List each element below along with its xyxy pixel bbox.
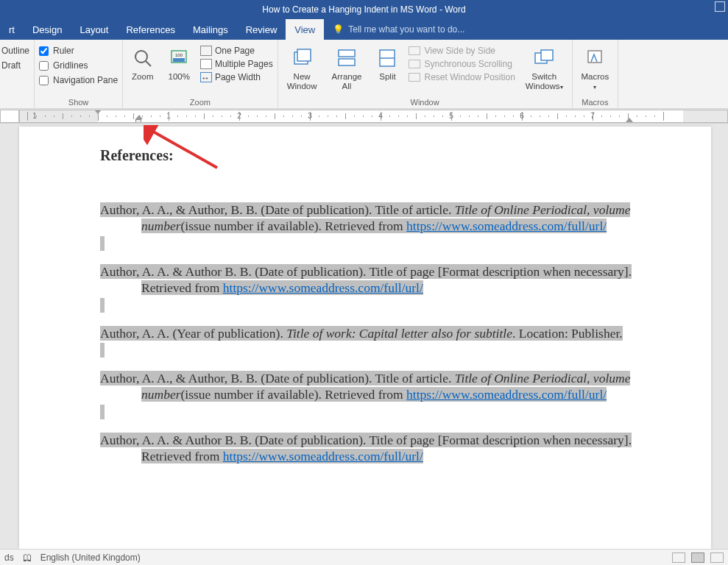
window-restore-icon[interactable] <box>715 1 725 12</box>
multiple-pages-button[interactable]: Multiple Pages <box>200 59 273 69</box>
horizontal-ruler[interactable]: 11234567 <box>19 110 728 123</box>
chevron-down-icon: ▾ <box>560 84 563 90</box>
proofing-icon[interactable]: 🕮 <box>23 552 32 563</box>
svg-text:100: 100 <box>175 53 183 57</box>
sync-scroll-button: Synchronous Scrolling <box>409 59 515 69</box>
macros-icon <box>584 46 606 71</box>
web-layout-icon[interactable] <box>710 552 724 563</box>
tell-me-search[interactable]: 💡 Tell me what you want to do... <box>324 19 464 40</box>
svg-rect-8 <box>339 59 355 65</box>
tab-review[interactable]: Review <box>237 19 286 40</box>
group-zoom-label: Zoom <box>127 96 273 107</box>
macros-button[interactable]: Macros▾ <box>577 43 614 91</box>
reset-window-button: Reset Window Position <box>409 72 515 82</box>
reference-entry[interactable]: Author, A. A., & Author, B. B. (Date of … <box>100 202 646 235</box>
checkbox-navpane[interactable]: Navigation Pane <box>39 75 118 85</box>
svg-rect-12 <box>541 50 553 60</box>
zoom-button[interactable]: Zoom <box>127 43 158 82</box>
group-macros-label: Macros <box>577 96 614 107</box>
tab-references[interactable]: References <box>117 19 183 40</box>
read-mode-icon[interactable] <box>672 552 685 563</box>
ruler-check-input[interactable] <box>39 46 49 56</box>
magnifier-icon <box>132 46 153 71</box>
multiple-pages-icon <box>200 59 212 69</box>
statusbar: ds 🕮 English (United Kingdom) <box>0 549 728 565</box>
new-window-icon <box>291 46 313 71</box>
group-window: New Window Arrange All Split View Side b… <box>278 40 573 108</box>
group-window-label: Window <box>283 96 568 107</box>
group-show: Ruler Gridlines Navigation Pane Show <box>35 40 123 108</box>
left-indent-marker[interactable] <box>135 119 141 123</box>
tab-design[interactable]: Design <box>24 19 71 40</box>
switch-windows-button[interactable]: Switch Windows▾ <box>521 43 568 91</box>
page-width-button[interactable]: ↔ Page Width <box>200 72 273 82</box>
document-page: References: Author, A. A., & Author, B. … <box>19 127 711 549</box>
reference-link[interactable]: https://www.someaddress.com/full/url/ <box>223 280 423 295</box>
group-zoom: Zoom 100 100% One Page Multiple Pages ↔ <box>123 40 278 108</box>
status-language[interactable]: English (United Kingdom) <box>40 552 141 563</box>
navpane-check-input[interactable] <box>39 76 49 85</box>
tab-layout[interactable]: Layout <box>71 19 117 40</box>
paragraph-mark-highlight <box>100 405 105 419</box>
print-layout-icon[interactable] <box>691 552 704 563</box>
ribbon: Outline Draft Ruler Gridlines <box>0 40 728 109</box>
reference-entry[interactable]: Author, A. A. & Author B. B. (Date of pu… <box>100 433 646 465</box>
switch-windows-icon <box>533 46 555 71</box>
checkbox-gridlines[interactable]: Gridlines <box>39 60 118 71</box>
checkbox-ruler[interactable]: Ruler <box>39 46 118 56</box>
svg-line-1 <box>146 61 151 66</box>
chevron-down-icon: ▾ <box>593 84 596 90</box>
one-page-icon <box>200 46 212 56</box>
view-draft[interactable]: Draft <box>1 60 29 71</box>
ruler-area: 11234567 <box>0 109 728 124</box>
view-outline[interactable]: Outline <box>1 46 29 56</box>
group-show-label: Show <box>39 96 118 107</box>
group-views: Outline Draft <box>0 40 35 108</box>
svg-rect-6 <box>297 49 311 61</box>
window-title: How to Create a Hanging Indent in MS Wor… <box>262 4 465 15</box>
tab-mailings[interactable]: Mailings <box>184 19 237 40</box>
split-button[interactable]: Split <box>372 43 403 82</box>
tell-me-placeholder: Tell me what you want to do... <box>348 24 464 35</box>
references-heading: References: <box>100 147 646 164</box>
svg-rect-7 <box>339 50 355 57</box>
reference-entry[interactable]: Author, A. A. & Author B. B. (Date of pu… <box>100 264 646 296</box>
arrange-all-icon <box>336 46 358 71</box>
svg-point-0 <box>135 51 147 63</box>
page-width-icon: ↔ <box>200 72 212 82</box>
paragraph-mark-highlight <box>100 236 105 251</box>
sync-scroll-icon <box>409 60 420 68</box>
document-scroll-area[interactable]: References: Author, A. A., & Author, B. … <box>0 124 728 549</box>
reference-link[interactable]: https://www.someaddress.com/full/url/ <box>223 449 423 463</box>
tab-view[interactable]: View <box>286 19 324 40</box>
reset-window-icon <box>409 73 420 82</box>
right-indent-marker[interactable] <box>626 118 633 122</box>
titlebar: How to Create a Hanging Indent in MS Wor… <box>0 0 728 19</box>
arrange-all-button[interactable]: Arrange All <box>328 43 367 91</box>
paragraph-mark-highlight <box>100 298 105 313</box>
reference-entry[interactable]: Author, A. A. (Year of publication). Tit… <box>100 326 646 342</box>
side-by-side-icon <box>409 46 420 55</box>
ruler-corner[interactable] <box>0 110 19 123</box>
reference-entry[interactable]: Author, A. A., & Author, B. B. (Date of … <box>100 371 646 403</box>
lightbulb-icon: 💡 <box>333 24 344 35</box>
zoom-100-icon: 100 <box>169 46 189 71</box>
gridlines-check-input[interactable] <box>39 61 49 71</box>
view-side-by-side-button: View Side by Side <box>409 46 515 56</box>
group-views-label <box>1 96 29 107</box>
svg-rect-3 <box>173 58 185 62</box>
paragraph-mark-highlight <box>100 343 105 358</box>
reference-link[interactable]: https://www.someaddress.com/full/url/ <box>406 387 607 402</box>
tab-insert-partial[interactable]: rt <box>0 19 24 40</box>
group-macros: Macros▾ Macros <box>573 40 619 108</box>
status-words-partial[interactable]: ds <box>4 552 14 563</box>
ribbon-tabs: rt Design Layout References Mailings Rev… <box>0 19 728 40</box>
one-page-button[interactable]: One Page <box>200 46 273 56</box>
new-window-button[interactable]: New Window <box>283 43 322 91</box>
split-icon <box>376 46 398 71</box>
reference-link[interactable]: https://www.someaddress.com/full/url/ <box>406 218 607 233</box>
zoom-100-button[interactable]: 100 100% <box>164 43 194 82</box>
